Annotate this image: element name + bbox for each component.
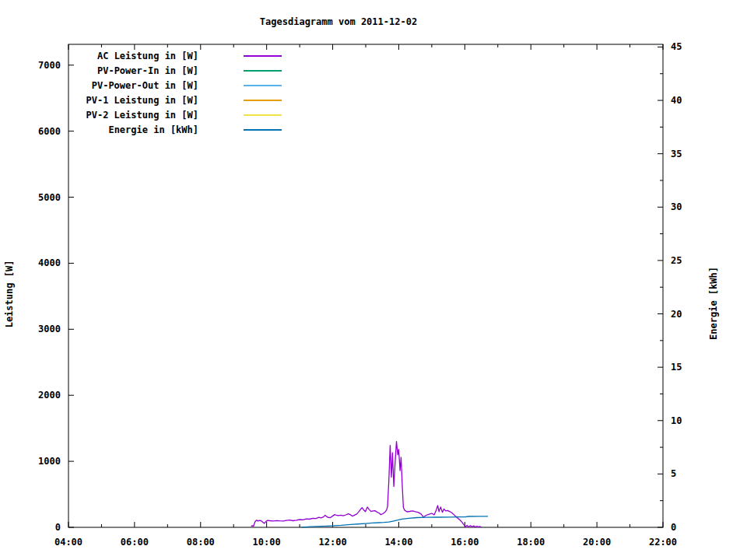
x-tick-label: 04:00: [54, 537, 82, 548]
y2-tick-label: 40: [671, 95, 682, 106]
tagesdiagramm-chart: Tagesdiagramm vom 2011-12-02 Leistung [W…: [0, 0, 747, 560]
y2-tick-label: 20: [671, 309, 682, 320]
y-tick-label: 7000: [38, 60, 61, 71]
y-tick-label: 6000: [38, 126, 61, 137]
x-tick-label: 06:00: [121, 537, 149, 548]
y-tick-label: 3000: [38, 324, 61, 334]
y-axis-label: Leistung [W]: [4, 261, 15, 328]
legend-label: Energie in [kWh]: [108, 124, 198, 135]
x-tick-label: 16:00: [451, 537, 479, 548]
legend: AC Leistung in [W]PV-Power-In in [W]PV-P…: [86, 51, 282, 135]
y-tick-label: 4000: [38, 257, 61, 268]
x-tick-label: 20:00: [583, 537, 611, 548]
legend-label: PV-Power-In in [W]: [97, 65, 198, 76]
y2-tick-label: 15: [671, 362, 682, 373]
x-tick-label: 10:00: [253, 537, 281, 548]
y-tick-label: 1000: [38, 456, 61, 467]
legend-label: PV-2 Leistung in [W]: [86, 110, 199, 121]
chart-title: Tagesdiagramm vom 2011-12-02: [260, 16, 417, 27]
legend-label: PV-Power-Out in [W]: [92, 80, 198, 91]
tagesdiagramm-page: Tagesdiagramm vom 2011-12-02 Leistung [W…: [0, 0, 747, 560]
y-tick-label: 0: [55, 522, 61, 533]
y2-tick-label: 0: [671, 522, 676, 533]
y2-tick-label: 5: [671, 468, 676, 479]
legend-label: AC Leistung in [W]: [97, 51, 198, 61]
y-tick-label: 2000: [38, 390, 61, 401]
y2-tick-label: 35: [671, 149, 682, 159]
y2-tick-label: 25: [671, 255, 682, 266]
x-tick-label: 14:00: [384, 537, 412, 548]
y-tick-label: 5000: [38, 192, 61, 203]
x-tick-label: 22:00: [649, 537, 677, 548]
x-tick-label: 18:00: [517, 537, 545, 548]
x-tick-label: 12:00: [318, 537, 346, 548]
data-series: [251, 442, 488, 527]
legend-label: PV-1 Leistung in [W]: [86, 95, 199, 106]
y2-axis-label: Energie [kWh]: [708, 267, 719, 340]
y2-tick-label: 10: [671, 415, 682, 426]
y2-tick-label: 30: [671, 201, 682, 212]
series-line: [251, 442, 482, 527]
y2-tick-label: 45: [671, 41, 682, 52]
x-tick-label: 08:00: [187, 537, 215, 548]
